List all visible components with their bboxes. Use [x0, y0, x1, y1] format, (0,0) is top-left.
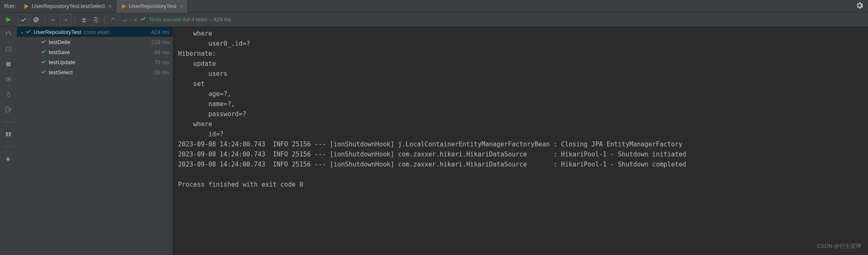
- svg-marker-1: [25, 4, 29, 9]
- status-suffix: of 4 tests – 424 ms: [185, 16, 231, 23]
- tab-testselect[interactable]: UserRepositoryTest.testSelect ×: [19, 0, 116, 13]
- collapse-all-button[interactable]: [90, 14, 102, 25]
- show-ignored-button[interactable]: [30, 14, 42, 25]
- stop-icon[interactable]: [4, 60, 13, 69]
- test-duration: 219 ms: [151, 39, 169, 45]
- test-duration: 79 ms: [155, 59, 169, 65]
- check-icon: [41, 59, 46, 65]
- test-name: testDetle: [49, 39, 70, 45]
- layout-icon[interactable]: [4, 130, 13, 139]
- tree-item-testselect[interactable]: testSelect 28 ms: [17, 67, 173, 77]
- bug-icon[interactable]: [4, 90, 13, 99]
- console-output[interactable]: where user0_.id=? Hibernate: update user…: [173, 27, 868, 255]
- separator: [45, 16, 45, 24]
- main-area: ⌄ UserRepositoryTest (com.exan 424 ms te…: [0, 27, 868, 255]
- check-icon: [41, 49, 46, 55]
- status-count: 4: [182, 16, 185, 23]
- check-icon: [26, 29, 31, 35]
- test-tree: ⌄ UserRepositoryTest (com.exan 424 ms te…: [17, 27, 173, 255]
- test-name: testSelect: [49, 69, 73, 75]
- tree-item-testdetle[interactable]: testDetle 219 ms: [17, 37, 173, 47]
- expand-all-button[interactable]: [78, 14, 90, 25]
- run-config-icon: [121, 3, 126, 9]
- chevron-down-icon[interactable]: ⌄: [20, 30, 24, 34]
- svg-marker-3: [122, 4, 126, 9]
- prev-test-button[interactable]: [107, 14, 119, 25]
- dump-threads-icon[interactable]: [4, 75, 13, 84]
- svg-text:↓a: ↓a: [50, 18, 55, 22]
- separator: [104, 16, 105, 24]
- check-icon: [41, 69, 46, 75]
- test-duration: 98 ms: [155, 49, 169, 55]
- svg-point-13: [8, 78, 9, 80]
- top-bar: Run: UserRepositoryTest.testSelect × Use…: [0, 0, 868, 13]
- run-config-icon: [23, 3, 29, 9]
- sort-duration-button[interactable]: ↓≡: [60, 14, 72, 25]
- svg-rect-11: [6, 62, 10, 66]
- svg-rect-10: [6, 47, 11, 51]
- rerun-failed-icon[interactable]: [4, 29, 13, 39]
- toggle-auto-test-icon[interactable]: [4, 44, 13, 54]
- test-status: Tests passed: 4 of 4 tests – 424 ms: [140, 16, 231, 23]
- svg-marker-4: [6, 17, 11, 22]
- run-label: Run:: [0, 3, 19, 9]
- tab-userrepositorytest[interactable]: UserRepositoryTest ×: [116, 0, 188, 13]
- exit-icon[interactable]: [4, 105, 13, 114]
- check-icon: [41, 39, 46, 45]
- test-duration: 28 ms: [155, 69, 169, 75]
- test-name: testUpdate: [49, 59, 75, 65]
- test-duration: 424 ms: [151, 29, 169, 35]
- svg-rect-19: [6, 132, 8, 136]
- status-prefix: Tests passed:: [149, 16, 182, 23]
- test-class-pkg: (com.exan: [84, 29, 109, 35]
- svg-text:↓≡: ↓≡: [63, 18, 67, 22]
- side-toolbar: [0, 27, 17, 255]
- svg-point-14: [7, 93, 10, 96]
- more-icon[interactable]: »: [134, 16, 137, 23]
- tab-label: UserRepositoryTest: [129, 3, 176, 9]
- toolbar: ↓a ↓≡ » Tests passed: 4 of 4 tests – 424…: [0, 13, 868, 27]
- test-name: testSave: [49, 49, 70, 55]
- gear-icon[interactable]: [856, 2, 863, 10]
- next-test-button[interactable]: [119, 14, 131, 25]
- separator: [75, 16, 76, 24]
- tree-root[interactable]: ⌄ UserRepositoryTest (com.exan 424 ms: [17, 27, 173, 37]
- svg-rect-20: [9, 132, 11, 136]
- test-class-name: UserRepositoryTest: [34, 29, 81, 35]
- close-icon[interactable]: ×: [180, 3, 183, 10]
- separator: [3, 122, 13, 122]
- tree-item-testsave[interactable]: testSave 98 ms: [17, 47, 173, 57]
- pin-icon[interactable]: [4, 154, 13, 164]
- check-icon: [140, 16, 146, 23]
- separator: [3, 146, 13, 147]
- tab-label: UserRepositoryTest.testSelect: [31, 3, 105, 9]
- tree-item-testupdate[interactable]: testUpdate 79 ms: [17, 57, 173, 67]
- run-button[interactable]: [5, 17, 11, 23]
- watermark: CSDN @衍生星球: [817, 242, 861, 250]
- sort-alpha-button[interactable]: ↓a: [47, 14, 59, 25]
- svg-line-6: [34, 18, 38, 21]
- show-passed-button[interactable]: [18, 14, 29, 25]
- close-icon[interactable]: ×: [108, 3, 112, 10]
